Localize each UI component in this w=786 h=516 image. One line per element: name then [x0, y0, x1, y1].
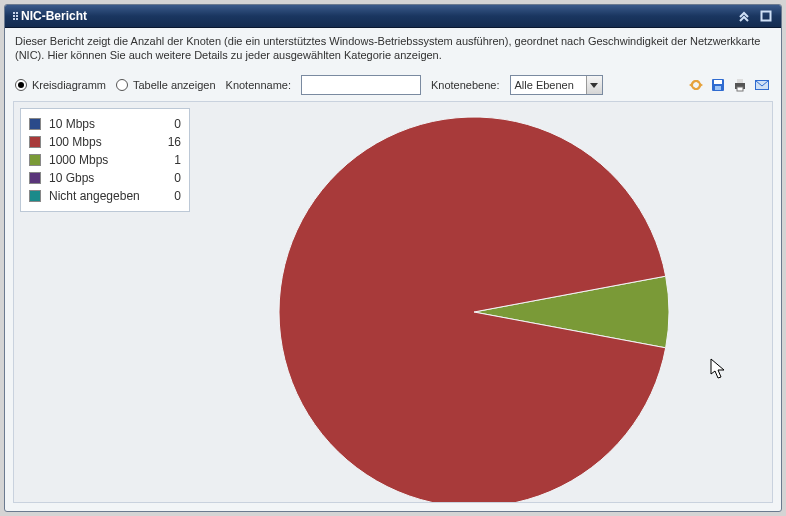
svg-marker-1 [590, 83, 598, 88]
toolbar: Kreisdiagramm Tabelle anzeigen Knotennam… [5, 71, 781, 101]
swatch-icon [29, 136, 41, 148]
chart-area: 10 Mbps 0 100 Mbps 16 1000 Mbps 1 10 Gbp… [13, 101, 773, 503]
svg-rect-0 [762, 12, 771, 21]
radio-icon [15, 79, 27, 91]
maximize-button[interactable] [759, 9, 773, 23]
svg-rect-6 [715, 86, 721, 90]
window-title: NIC-Bericht [21, 9, 87, 23]
nodename-input[interactable] [301, 75, 421, 95]
legend-label: 10 Mbps [49, 117, 157, 131]
nodelevel-select[interactable]: Alle Ebenen [510, 75, 603, 95]
legend-label: 10 Gbps [49, 171, 157, 185]
print-button[interactable] [731, 76, 749, 94]
legend-value: 0 [165, 171, 181, 185]
cursor-icon [710, 358, 728, 380]
grip-icon [13, 12, 15, 20]
legend-label: Nicht angegeben [49, 189, 157, 203]
legend-value: 0 [165, 189, 181, 203]
view-table-radio[interactable]: Tabelle anzeigen [116, 79, 216, 91]
svg-rect-9 [737, 87, 743, 91]
svg-marker-3 [700, 83, 703, 87]
legend-item[interactable]: 100 Mbps 16 [29, 133, 181, 151]
legend: 10 Mbps 0 100 Mbps 16 1000 Mbps 1 10 Gbp… [20, 108, 190, 212]
radio-icon [116, 79, 128, 91]
legend-label: 1000 Mbps [49, 153, 157, 167]
refresh-button[interactable] [687, 76, 705, 94]
legend-value: 1 [165, 153, 181, 167]
legend-item[interactable]: 10 Mbps 0 [29, 115, 181, 133]
nodename-label: Knotenname: [226, 79, 291, 91]
email-button[interactable] [753, 76, 771, 94]
legend-item[interactable]: 10 Gbps 0 [29, 169, 181, 187]
view-table-label: Tabelle anzeigen [133, 79, 216, 91]
view-pie-radio[interactable]: Kreisdiagramm [15, 79, 106, 91]
legend-label: 100 Mbps [49, 135, 157, 149]
nodelevel-value: Alle Ebenen [511, 76, 586, 94]
nodelevel-label: Knotenebene: [431, 79, 500, 91]
svg-marker-11 [711, 359, 724, 378]
legend-item[interactable]: Nicht angegeben 0 [29, 187, 181, 205]
collapse-button[interactable] [737, 9, 751, 23]
report-window: NIC-Bericht Dieser Bericht zeigt die Anz… [4, 4, 782, 512]
pie-chart [274, 112, 674, 503]
view-pie-label: Kreisdiagramm [32, 79, 106, 91]
swatch-icon [29, 118, 41, 130]
save-button[interactable] [709, 76, 727, 94]
swatch-icon [29, 190, 41, 202]
swatch-icon [29, 172, 41, 184]
legend-value: 16 [165, 135, 181, 149]
svg-rect-8 [737, 79, 743, 83]
chevron-down-icon [586, 76, 602, 94]
svg-rect-5 [714, 80, 722, 84]
report-description: Dieser Bericht zeigt die Anzahl der Knot… [5, 28, 781, 71]
swatch-icon [29, 154, 41, 166]
action-icons [687, 76, 771, 94]
legend-item[interactable]: 1000 Mbps 1 [29, 151, 181, 169]
titlebar: NIC-Bericht [5, 5, 781, 28]
legend-value: 0 [165, 117, 181, 131]
